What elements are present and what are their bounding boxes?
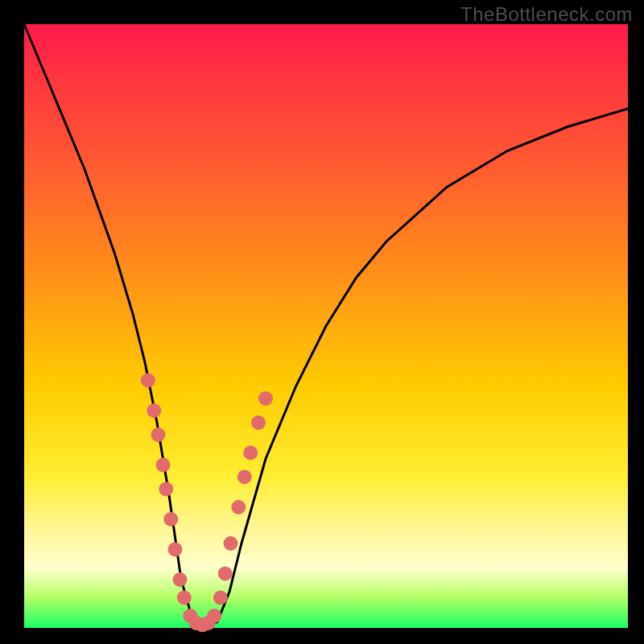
data-marker: [251, 415, 266, 430]
data-marker: [224, 536, 238, 551]
data-marker: [218, 567, 233, 581]
data-marker: [173, 572, 188, 587]
data-marker: [237, 470, 252, 485]
data-marker: [156, 458, 171, 473]
data-marker: [213, 591, 228, 605]
data-marker: [258, 391, 273, 406]
data-marker: [243, 446, 258, 460]
curve-svg: [24, 24, 628, 628]
data-marker: [177, 591, 192, 605]
watermark-text: TheBottleneck.com: [460, 3, 633, 26]
data-marker: [231, 500, 246, 514]
data-marker: [141, 374, 155, 388]
plot-area: [24, 24, 628, 628]
chart-frame: TheBottleneck.com: [0, 0, 644, 644]
bottleneck-curve: [24, 24, 628, 628]
data-marker: [159, 482, 173, 497]
data-marker: [207, 609, 221, 623]
data-marker: [147, 403, 161, 418]
data-marker: [168, 543, 183, 557]
data-marker: [151, 427, 166, 442]
data-marker: [163, 512, 178, 526]
